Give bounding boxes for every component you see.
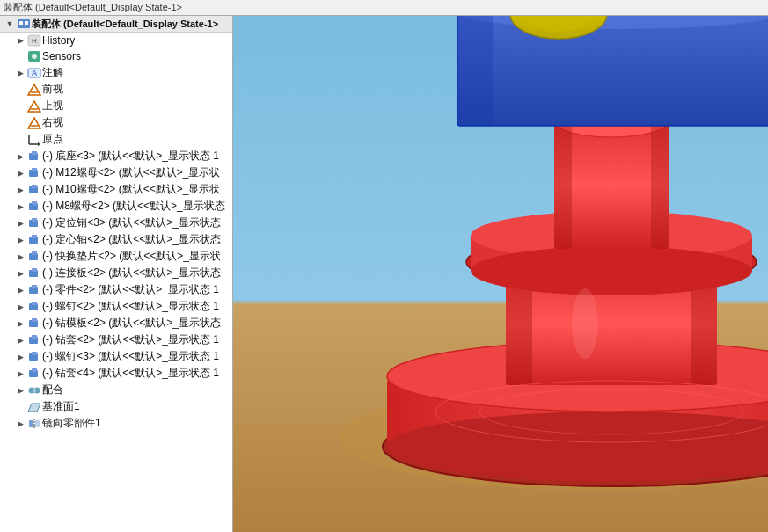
part-icon-drill-bushing1 <box>26 333 42 347</box>
expand-arrow-annotation[interactable]: ▶ <box>14 69 26 77</box>
expand-arrow-base1[interactable]: ▶ <box>14 152 26 161</box>
origin-icon-origin <box>26 133 42 147</box>
svg-point-69 <box>471 246 752 295</box>
svg-rect-44 <box>32 368 37 372</box>
history-icon-history: H <box>26 33 42 47</box>
expand-arrow-mirror[interactable]: ▶ <box>14 419 26 428</box>
tree-item-pin[interactable]: ▶(-) 定位销<3> (默认<<默认>_显示状态 <box>0 215 232 231</box>
part-icon-pad <box>26 250 42 264</box>
assembly-icon <box>16 17 32 31</box>
svg-rect-40 <box>32 335 37 339</box>
expand-arrow-part2[interactable]: ▶ <box>14 286 26 295</box>
item-label-history: History <box>42 34 229 47</box>
view-icon-right-view <box>26 116 42 130</box>
tree-item-drillplate2[interactable]: ▶(-) 钻模板<2> (默认<<默认>_显示状态 <box>0 315 232 332</box>
expand-arrow-pad[interactable]: ▶ <box>14 252 26 261</box>
svg-rect-26 <box>32 218 37 222</box>
part-icon-drill-bushing4 <box>26 367 42 381</box>
part-icon-part2 <box>26 283 42 297</box>
tree-item-plane1[interactable]: 基准面1 <box>0 398 232 415</box>
expand-arrow-pin[interactable]: ▶ <box>14 219 26 228</box>
mate-icon-mate <box>26 383 42 397</box>
tree-item-origin[interactable]: 原点 <box>0 131 232 148</box>
svg-point-47 <box>33 389 36 392</box>
expand-arrow-drillplate2[interactable]: ▶ <box>14 319 26 328</box>
window-title: 装配体 (Default<Default_Display State-1> <box>4 1 182 14</box>
tree-item-base1[interactable]: ▶(-) 底座<3> (默认<<默认>_显示状态 1 <box>0 148 232 164</box>
annotation-icon-annotation: A <box>26 66 42 80</box>
svg-marker-13 <box>28 118 40 128</box>
tree-item-m12[interactable]: ▶(-) M12螺母<2> (默认<<默认>_显示状 <box>0 164 232 181</box>
item-label-sensors: Sensors <box>42 50 229 62</box>
expand-arrow-drill-bushing4[interactable]: ▶ <box>14 369 26 378</box>
tree-item-m10[interactable]: ▶(-) M10螺母<2> (默认<<默认>_显示状 <box>0 181 232 198</box>
svg-rect-32 <box>32 268 37 272</box>
svg-rect-50 <box>35 420 40 427</box>
item-label-plane1: 基准面1 <box>42 399 229 414</box>
expand-arrow-screw3[interactable]: ▶ <box>14 353 26 361</box>
viewport[interactable] <box>233 16 768 532</box>
svg-rect-38 <box>32 318 37 322</box>
tree-item-front-view[interactable]: 前视 <box>0 81 232 98</box>
part-icon-m10 <box>26 183 42 197</box>
tree-item-top-view[interactable]: 上视 <box>0 98 232 114</box>
part-icon-screw2 <box>26 300 42 314</box>
view-icon-top-view <box>26 99 42 113</box>
expand-arrow-m10[interactable]: ▶ <box>14 186 26 194</box>
part-icon-connect <box>26 266 42 281</box>
tree-item-mirror[interactable]: ▶镜向零部件1 <box>0 415 232 432</box>
part-icon-drillplate2 <box>26 317 42 331</box>
tree-item-annotation[interactable]: ▶A注解 <box>0 64 232 81</box>
expand-arrow-drill-bushing1[interactable]: ▶ <box>14 336 26 345</box>
tree-item-m8[interactable]: ▶(-) M8螺母<2> (默认<<默认>_显示状态 <box>0 198 232 215</box>
tree-item-mate[interactable]: ▶配合 <box>0 382 232 398</box>
tree-item-right-view[interactable]: 右视 <box>0 114 232 131</box>
svg-marker-11 <box>28 101 40 112</box>
3d-scene <box>233 16 768 532</box>
item-label-part2: (-) 零件<2> (默认<<默认>_显示状态 1 <box>42 282 229 297</box>
tree-item-connect[interactable]: ▶(-) 连接板<2> (默认<<默认>_显示状态 <box>0 265 232 281</box>
item-label-pad: (-) 快换垫片<2> (默认<<默认>_显示状 <box>42 249 229 264</box>
svg-rect-2 <box>25 21 28 25</box>
item-label-mate: 配合 <box>42 383 229 397</box>
tree-item-part2[interactable]: ▶(-) 零件<2> (默认<<默认>_显示状态 1 <box>0 281 232 298</box>
expand-arrow-shaft[interactable]: ▶ <box>14 236 26 244</box>
item-label-m10: (-) M10螺母<2> (默认<<默认>_显示状 <box>42 182 229 197</box>
root-expand-arrow[interactable]: ▼ <box>4 19 16 28</box>
svg-rect-22 <box>32 185 37 188</box>
tree-item-pad[interactable]: ▶(-) 快换垫片<2> (默认<<默认>_显示状 <box>0 248 232 265</box>
expand-arrow-screw2[interactable]: ▶ <box>14 302 26 311</box>
part-icon-shaft <box>26 233 42 247</box>
tree-item-shaft[interactable]: ▶(-) 定心轴<2> (默认<<默认>_显示状态 <box>0 231 232 248</box>
item-label-base1: (-) 底座<3> (默认<<默认>_显示状态 1 <box>42 149 229 164</box>
plane-icon-plane1 <box>26 400 42 414</box>
svg-rect-74 <box>651 121 669 249</box>
svg-rect-28 <box>32 235 37 238</box>
tree-item-drill-bushing4[interactable]: ▶(-) 钻套<4> (默认<<默认>_显示状态 1 <box>0 365 232 382</box>
sensor-icon-sensors <box>26 49 42 63</box>
tree-item-sensors[interactable]: Sensors <box>0 48 232 64</box>
tree-item-screw3[interactable]: ▶(-) 螺钉<3> (默认<<默认>_显示状态 1 <box>0 348 232 365</box>
item-label-m8: (-) M8螺母<2> (默认<<默认>_显示状态 <box>42 199 229 214</box>
item-label-screw3: (-) 螺钉<3> (默认<<默认>_显示状态 1 <box>42 349 229 364</box>
svg-point-6 <box>32 54 37 59</box>
item-label-top-view: 上视 <box>42 98 229 113</box>
svg-rect-36 <box>32 302 37 305</box>
expand-arrow-mate[interactable]: ▶ <box>14 386 26 395</box>
expand-arrow-m8[interactable]: ▶ <box>14 202 26 211</box>
sidebar-title[interactable]: ▼ 装配体 (Default<Default_Display State-1> <box>0 16 232 33</box>
item-label-mirror: 镜向零部件1 <box>42 416 229 431</box>
tree-item-history[interactable]: ▶HHistory <box>0 33 232 48</box>
expand-arrow-connect[interactable]: ▶ <box>14 269 26 278</box>
item-label-drillplate2: (-) 钻模板<2> (默认<<默认>_显示状态 <box>42 316 229 331</box>
root-label: 装配体 (Default<Default_Display State-1> <box>32 18 229 31</box>
tree-item-screw2[interactable]: ▶(-) 螺钉<2> (默认<<默认>_显示状态 1 <box>0 298 232 315</box>
expand-arrow-m12[interactable]: ▶ <box>14 169 26 178</box>
svg-rect-49 <box>29 420 33 427</box>
svg-rect-18 <box>32 151 37 155</box>
expand-arrow-history[interactable]: ▶ <box>14 36 26 45</box>
tree-item-drill-bushing1[interactable]: ▶(-) 钻套<2> (默认<<默认>_显示状态 1 <box>0 332 232 348</box>
item-label-right-view: 右视 <box>42 115 229 130</box>
item-label-m12: (-) M12螺母<2> (默认<<默认>_显示状 <box>42 165 229 180</box>
top-bar: 装配体 (Default<Default_Display State-1> <box>0 0 768 16</box>
